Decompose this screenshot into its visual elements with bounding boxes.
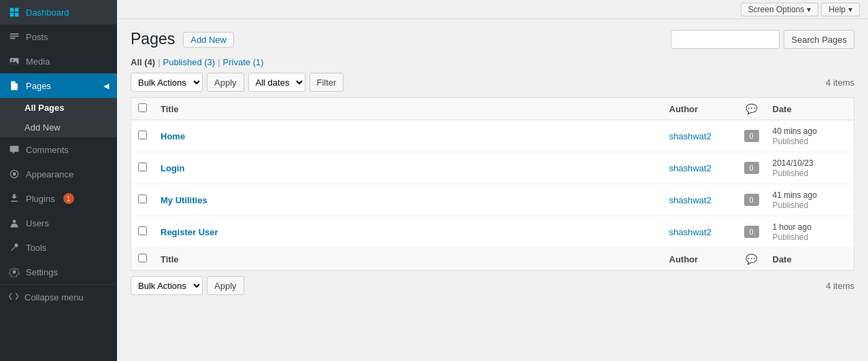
row-author-link[interactable]: shashwat2 [669,227,712,237]
table-row: Home shashwat2 0 40 mins ago Published [131,120,854,152]
sidebar-item-posts-label: Posts [26,32,48,42]
apply-button-top[interactable]: Apply [207,73,244,92]
page-title: Pages [131,30,175,49]
users-icon [8,217,20,229]
row-date: 40 mins ago [773,126,817,136]
help-button[interactable]: Help ▾ [821,3,860,16]
row-date-cell: 2014/10/23 Published [766,152,854,184]
select-all-bottom-checkbox[interactable] [138,254,147,262]
screen-options-chevron-icon: ▾ [807,5,811,14]
bulk-actions-select-top[interactable]: Bulk Actions [131,73,203,92]
row-title-link[interactable]: Login [161,163,184,173]
sidebar-item-media[interactable]: Media [0,49,117,73]
filter-private-link[interactable]: Private (1) [223,57,264,67]
row-checkbox-cell [131,152,154,184]
row-author-cell: shashwat2 [663,152,737,184]
row-author-link[interactable]: shashwat2 [669,163,712,173]
table-row: My Utilities shashwat2 0 41 mins ago Pub… [131,184,854,216]
row-title-link[interactable]: Home [161,131,185,141]
svg-point-5 [12,59,13,61]
sidebar-item-comments-label: Comments [26,145,69,155]
col-header-checkbox [131,98,154,120]
col-footer-checkbox [131,248,154,271]
sidebar-sub-add-new[interactable]: Add New [0,118,117,137]
comment-count: 0 [744,130,759,142]
items-count-top: 4 items [826,78,854,88]
row-checkbox[interactable] [138,162,147,171]
sidebar-item-appearance-label: Appearance [26,169,73,179]
add-new-button[interactable]: Add New [183,32,234,48]
row-title-link[interactable]: Register User [161,227,218,237]
svg-rect-3 [15,13,19,17]
row-checkbox-cell [131,216,154,248]
row-checkbox[interactable] [138,194,147,203]
filter-all-link[interactable]: All (4) [131,57,155,67]
row-checkbox-cell [131,184,154,216]
collapse-menu-item[interactable]: Collapse menu [0,284,117,310]
sidebar-item-tools[interactable]: Tools [0,235,117,260]
collapse-icon [8,291,19,304]
bulk-actions-select-bottom[interactable]: Bulk Actions [131,276,203,295]
row-author-cell: shashwat2 [663,120,737,152]
page-title-row: Pages Add New Search Pages [131,30,854,49]
row-comment-cell: 0 [737,184,766,216]
row-status: Published [773,137,809,146]
row-date: 2014/10/23 [773,158,814,168]
svg-rect-0 [10,8,14,12]
sidebar-item-pages[interactable]: Pages ◀ [0,73,117,98]
screen-options-button[interactable]: Screen Options ▾ [741,3,819,16]
row-status: Published [773,233,809,242]
help-chevron-icon: ▾ [848,5,852,14]
sidebar-item-plugins[interactable]: Plugins 1 [0,186,117,211]
filter-button[interactable]: Filter [310,73,344,92]
table-header-row: Title Author 💬 Date [131,98,854,120]
sidebar-item-dashboard[interactable]: Dashboard [0,0,117,24]
pages-icon [8,80,20,92]
dashboard-icon [8,6,20,18]
row-author-link[interactable]: shashwat2 [669,195,712,205]
comment-count: 0 [744,194,759,206]
row-checkbox-cell [131,120,154,152]
sidebar-item-appearance[interactable]: Appearance [0,162,117,186]
search-pages-input[interactable] [671,30,780,49]
collapse-label: Collapse menu [24,292,84,303]
sidebar-item-dashboard-label: Dashboard [26,7,69,18]
row-author-cell: shashwat2 [663,216,737,248]
col-header-title: Title [154,98,663,120]
sidebar-item-comments[interactable]: Comments [0,137,117,162]
row-author-link[interactable]: shashwat2 [669,131,712,141]
row-checkbox[interactable] [138,131,147,139]
apply-button-bottom[interactable]: Apply [207,276,244,295]
plugins-icon [8,192,20,205]
pages-table: Title Author 💬 Date Home shashwat2 0 40 [131,97,854,271]
comment-header-icon: 💬 [746,103,757,114]
filter-published-link[interactable]: Published (3) [163,57,216,67]
sep2: | [218,57,220,67]
bottom-toolbar: Bulk Actions Apply 4 items [131,276,854,295]
row-title-cell: My Utilities [154,184,663,216]
row-title-cell: Login [154,152,663,184]
row-status: Published [773,169,809,178]
dates-filter-select[interactable]: All dates [248,73,305,92]
row-date-cell: 41 mins ago Published [766,184,854,216]
filter-links: All (4) | Published (3) | Private (1) [131,57,854,67]
screen-options-label: Screen Options [748,5,805,14]
row-checkbox[interactable] [138,226,147,235]
row-date-cell: 1 hour ago Published [766,216,854,248]
row-title-link[interactable]: My Utilities [161,195,207,205]
row-status: Published [773,201,809,210]
media-icon [8,55,20,67]
col-footer-title: Title [154,248,663,271]
col-header-comments: 💬 [737,98,766,120]
row-date: 1 hour ago [773,222,812,232]
sidebar-item-settings[interactable]: Settings [0,260,117,284]
sidebar-sub-all-pages[interactable]: All Pages [0,98,117,118]
select-all-checkbox[interactable] [138,103,147,112]
sep1: | [158,57,160,67]
svg-point-11 [13,271,16,274]
svg-point-10 [13,220,16,223]
row-title-cell: Home [154,120,663,152]
sidebar-item-users[interactable]: Users [0,211,117,235]
sidebar-item-posts[interactable]: Posts [0,24,117,49]
search-pages-button[interactable]: Search Pages [784,30,854,49]
